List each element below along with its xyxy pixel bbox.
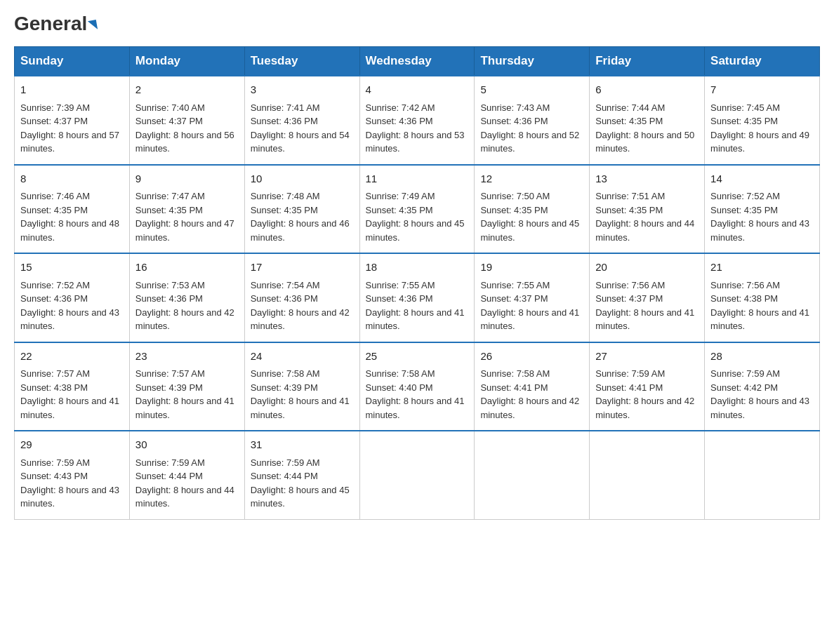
sunrise-label: Sunrise: 7:42 AM	[366, 102, 435, 113]
header-saturday: Saturday	[705, 47, 820, 76]
day-number: 27	[595, 349, 699, 365]
calendar-cell: 15 Sunrise: 7:52 AM Sunset: 4:36 PM Dayl…	[15, 253, 130, 342]
sunset-label: Sunset: 4:36 PM	[366, 293, 433, 304]
sunrise-label: Sunrise: 7:52 AM	[710, 191, 780, 201]
sunset-label: Sunset: 4:39 PM	[251, 382, 318, 393]
sunrise-label: Sunrise: 7:52 AM	[20, 280, 90, 290]
day-number: 19	[480, 260, 583, 276]
sunrise-label: Sunrise: 7:55 AM	[480, 280, 550, 290]
sunrise-label: Sunrise: 7:53 AM	[135, 280, 205, 290]
calendar-cell: 7 Sunrise: 7:45 AM Sunset: 4:35 PM Dayli…	[705, 76, 820, 165]
sunrise-label: Sunrise: 7:59 AM	[135, 457, 205, 468]
daylight-label: Daylight: 8 hours and 42 minutes.	[251, 307, 350, 332]
calendar-cell	[359, 431, 475, 519]
sunrise-label: Sunrise: 7:45 AM	[710, 102, 780, 113]
daylight-label: Daylight: 8 hours and 43 minutes.	[20, 485, 119, 509]
calendar-cell: 18 Sunrise: 7:55 AM Sunset: 4:36 PM Dayl…	[359, 253, 475, 342]
day-number: 11	[366, 171, 469, 187]
sunrise-label: Sunrise: 7:58 AM	[366, 368, 435, 379]
sunrise-label: Sunrise: 7:39 AM	[20, 102, 90, 113]
daylight-label: Daylight: 8 hours and 49 minutes.	[710, 130, 809, 154]
sunset-label: Sunset: 4:37 PM	[480, 293, 548, 304]
calendar-cell: 11 Sunrise: 7:49 AM Sunset: 4:35 PM Dayl…	[359, 165, 475, 254]
sunset-label: Sunset: 4:38 PM	[710, 293, 778, 304]
sunrise-label: Sunrise: 7:51 AM	[595, 191, 665, 201]
sunset-label: Sunset: 4:35 PM	[480, 205, 548, 215]
calendar-cell: 23 Sunrise: 7:57 AM Sunset: 4:39 PM Dayl…	[129, 342, 244, 431]
daylight-label: Daylight: 8 hours and 43 minutes.	[710, 396, 809, 420]
header-thursday: Thursday	[475, 47, 590, 76]
day-number: 30	[135, 437, 239, 453]
calendar-cell: 1 Sunrise: 7:39 AM Sunset: 4:37 PM Dayli…	[15, 76, 130, 165]
daylight-label: Daylight: 8 hours and 42 minutes.	[135, 307, 234, 332]
calendar-cell: 22 Sunrise: 7:57 AM Sunset: 4:38 PM Dayl…	[15, 342, 130, 431]
sunrise-label: Sunrise: 7:46 AM	[20, 191, 90, 201]
day-number: 17	[251, 260, 354, 276]
day-number: 3	[251, 82, 354, 98]
sunset-label: Sunset: 4:41 PM	[480, 382, 548, 393]
sunset-label: Sunset: 4:35 PM	[20, 205, 88, 215]
sunset-label: Sunset: 4:44 PM	[135, 471, 203, 481]
sunset-label: Sunset: 4:35 PM	[135, 205, 203, 215]
sunset-label: Sunset: 4:38 PM	[20, 382, 88, 393]
day-number: 7	[710, 82, 814, 98]
sunset-label: Sunset: 4:35 PM	[595, 116, 663, 126]
sunrise-label: Sunrise: 7:59 AM	[20, 457, 90, 468]
day-number: 6	[595, 82, 699, 98]
calendar-cell: 17 Sunrise: 7:54 AM Sunset: 4:36 PM Dayl…	[244, 253, 359, 342]
calendar-cell	[475, 431, 590, 519]
daylight-label: Daylight: 8 hours and 57 minutes.	[20, 130, 119, 154]
daylight-label: Daylight: 8 hours and 41 minutes.	[135, 396, 234, 420]
day-number: 5	[480, 82, 583, 98]
calendar-cell: 19 Sunrise: 7:55 AM Sunset: 4:37 PM Dayl…	[475, 253, 590, 342]
day-number: 12	[480, 171, 583, 187]
day-number: 21	[710, 260, 814, 276]
day-number: 25	[366, 349, 469, 365]
calendar-cell: 14 Sunrise: 7:52 AM Sunset: 4:35 PM Dayl…	[705, 165, 820, 254]
calendar-cell: 13 Sunrise: 7:51 AM Sunset: 4:35 PM Dayl…	[590, 165, 705, 254]
sunrise-label: Sunrise: 7:47 AM	[135, 191, 205, 201]
day-number: 14	[710, 171, 814, 187]
daylight-label: Daylight: 8 hours and 52 minutes.	[480, 130, 579, 154]
daylight-label: Daylight: 8 hours and 47 minutes.	[135, 218, 234, 243]
sunrise-label: Sunrise: 7:59 AM	[595, 368, 665, 379]
sunrise-label: Sunrise: 7:57 AM	[135, 368, 205, 379]
sunset-label: Sunset: 4:35 PM	[595, 205, 663, 215]
day-number: 10	[251, 171, 354, 187]
sunset-label: Sunset: 4:36 PM	[366, 116, 433, 126]
sunrise-label: Sunrise: 7:50 AM	[480, 191, 550, 201]
calendar-week-4: 22 Sunrise: 7:57 AM Sunset: 4:38 PM Dayl…	[15, 342, 820, 431]
calendar-cell	[705, 431, 820, 519]
calendar-cell: 9 Sunrise: 7:47 AM Sunset: 4:35 PM Dayli…	[129, 165, 244, 254]
sunset-label: Sunset: 4:36 PM	[20, 293, 88, 304]
day-number: 20	[595, 260, 699, 276]
daylight-label: Daylight: 8 hours and 41 minutes.	[595, 307, 694, 332]
day-number: 16	[135, 260, 239, 276]
header-sunday: Sunday	[15, 47, 130, 76]
sunrise-label: Sunrise: 7:44 AM	[595, 102, 665, 113]
calendar-cell	[590, 431, 705, 519]
day-number: 9	[135, 171, 239, 187]
daylight-label: Daylight: 8 hours and 45 minutes.	[480, 218, 579, 243]
daylight-label: Daylight: 8 hours and 41 minutes.	[710, 307, 809, 332]
calendar-cell: 5 Sunrise: 7:43 AM Sunset: 4:36 PM Dayli…	[475, 76, 590, 165]
sunset-label: Sunset: 4:44 PM	[251, 471, 318, 481]
calendar-cell: 16 Sunrise: 7:53 AM Sunset: 4:36 PM Dayl…	[129, 253, 244, 342]
calendar-cell: 6 Sunrise: 7:44 AM Sunset: 4:35 PM Dayli…	[590, 76, 705, 165]
daylight-label: Daylight: 8 hours and 41 minutes.	[251, 396, 350, 420]
sunrise-label: Sunrise: 7:55 AM	[366, 280, 435, 290]
day-number: 24	[251, 349, 354, 365]
sunset-label: Sunset: 4:36 PM	[251, 293, 318, 304]
header-friday: Friday	[590, 47, 705, 76]
daylight-label: Daylight: 8 hours and 45 minutes.	[251, 485, 350, 509]
sunset-label: Sunset: 4:41 PM	[595, 382, 663, 393]
sunset-label: Sunset: 4:43 PM	[20, 471, 88, 481]
calendar-cell: 21 Sunrise: 7:56 AM Sunset: 4:38 PM Dayl…	[705, 253, 820, 342]
sunset-label: Sunset: 4:42 PM	[710, 382, 778, 393]
calendar-table: SundayMondayTuesdayWednesdayThursdayFrid…	[14, 46, 820, 520]
sunset-label: Sunset: 4:36 PM	[480, 116, 548, 126]
sunrise-label: Sunrise: 7:49 AM	[366, 191, 435, 201]
header-tuesday: Tuesday	[244, 47, 359, 76]
daylight-label: Daylight: 8 hours and 41 minutes.	[20, 396, 119, 420]
calendar-week-2: 8 Sunrise: 7:46 AM Sunset: 4:35 PM Dayli…	[15, 165, 820, 254]
